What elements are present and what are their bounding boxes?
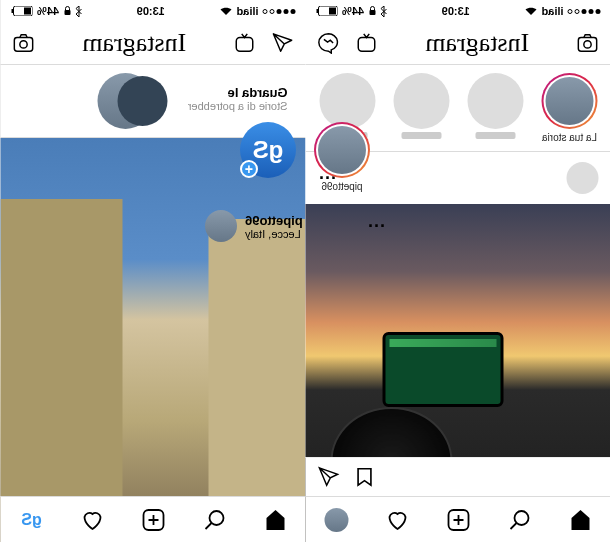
paper-plane-icon[interactable]	[272, 32, 294, 54]
svg-rect-12	[317, 9, 319, 13]
watch-all-stories[interactable]: Guarda le Storie di a potrebber	[180, 73, 296, 129]
svg-rect-9	[369, 10, 375, 15]
phone-navigation	[382, 332, 504, 406]
search-icon[interactable]	[507, 508, 531, 532]
carrier-label: iliad	[236, 5, 258, 17]
bottom-nav: gS	[1, 496, 306, 542]
camera-icon[interactable]	[13, 32, 35, 54]
add-post-icon[interactable]	[446, 508, 470, 532]
messenger-icon[interactable]	[318, 32, 340, 54]
svg-rect-0	[64, 10, 70, 15]
bluetooth-icon	[75, 6, 82, 17]
profile-gs-icon[interactable]: gS	[20, 508, 44, 532]
svg-rect-3	[12, 9, 14, 13]
post-username[interactable]: pipetto96	[245, 213, 359, 228]
post-more-icon[interactable]: ···	[318, 168, 336, 189]
bottom-nav	[306, 496, 611, 542]
share-icon[interactable]	[318, 466, 340, 488]
story-label-placeholder	[475, 132, 515, 139]
screen-right: iliad 13:09 44%	[306, 0, 611, 542]
post-more-icon[interactable]: ···	[367, 216, 385, 237]
carrier-label: iliad	[541, 5, 563, 17]
watch-subtitle: Storie di a potrebber	[188, 100, 288, 112]
wifi-icon	[524, 6, 537, 16]
signal-icon	[263, 9, 296, 14]
center-post-header: ··· pipetto96 Lecce, Italy	[195, 200, 395, 252]
svg-point-6	[20, 41, 27, 48]
battery-icon	[316, 6, 338, 16]
igtv-icon[interactable]	[356, 32, 378, 54]
add-post-icon[interactable]	[141, 508, 165, 532]
battery-icon	[11, 6, 33, 16]
post-header: ···	[306, 152, 611, 204]
screen-left: iliad 13:09 44%	[0, 0, 306, 542]
app-header: Instagram	[306, 22, 611, 65]
post-avatar[interactable]	[205, 210, 237, 242]
time-label: 13:09	[441, 5, 469, 17]
svg-point-7	[209, 511, 223, 525]
battery-percent: 44%	[342, 5, 364, 17]
camera-icon[interactable]	[576, 32, 598, 54]
post-location[interactable]: Lecce, Italy	[245, 228, 359, 240]
time-label: 13:09	[137, 5, 165, 17]
svg-rect-5	[15, 38, 33, 52]
svg-point-14	[583, 41, 590, 48]
stories-tray[interactable]: Guarda le Storie di a potrebber	[1, 65, 306, 138]
story-item[interactable]	[464, 73, 526, 143]
svg-rect-11	[329, 8, 336, 15]
svg-rect-2	[25, 8, 32, 15]
svg-rect-15	[358, 38, 375, 52]
story-cluster[interactable]	[98, 73, 168, 129]
lock-icon	[63, 6, 71, 16]
search-icon[interactable]	[202, 508, 226, 532]
app-header: Instagram	[1, 22, 306, 65]
svg-rect-4	[236, 38, 253, 52]
bluetooth-icon	[380, 6, 387, 17]
stories-tray[interactable]: La tua storia	[306, 65, 611, 152]
battery-percent: 44%	[37, 5, 59, 17]
instagram-logo[interactable]: Instagram	[425, 28, 529, 58]
post-actions	[306, 457, 611, 496]
your-story[interactable]: La tua storia	[538, 73, 600, 143]
profile-avatar[interactable]	[324, 508, 348, 532]
home-icon[interactable]	[263, 508, 287, 532]
post-avatar[interactable]	[566, 162, 598, 194]
story-label: La tua storia	[541, 132, 596, 143]
signal-icon	[567, 9, 600, 14]
home-icon[interactable]	[568, 508, 592, 532]
heart-icon[interactable]	[385, 508, 409, 532]
watch-title: Guarda le	[188, 85, 288, 100]
lock-icon	[368, 6, 376, 16]
heart-icon[interactable]	[80, 508, 104, 532]
svg-rect-13	[578, 38, 596, 52]
igtv-icon[interactable]	[234, 32, 256, 54]
status-bar: iliad 13:09 44%	[306, 0, 611, 22]
story-item[interactable]	[316, 73, 378, 143]
status-bar: iliad 13:09 44%	[1, 0, 306, 22]
story-item[interactable]	[390, 73, 452, 143]
story-label-placeholder	[327, 132, 367, 139]
wifi-icon	[219, 6, 232, 16]
bookmark-icon[interactable]	[354, 466, 376, 488]
instagram-logo[interactable]: Instagram	[82, 28, 186, 58]
post-image-street[interactable]	[1, 138, 306, 542]
story-label-placeholder	[401, 132, 441, 139]
